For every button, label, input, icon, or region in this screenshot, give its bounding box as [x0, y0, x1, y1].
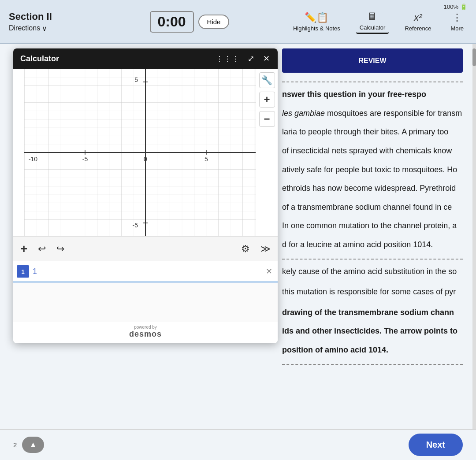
reading-paragraph-5: ethroids has now become widespread. Pyre…: [282, 182, 463, 195]
reading-content-4: drawing of the transmembrane sodium chan…: [282, 306, 463, 357]
reading-paragraph-12: ids and other insecticides. The arrow po…: [282, 324, 463, 338]
divider-mid: [282, 259, 463, 260]
graph-right-controls: 🔧 + −: [256, 69, 278, 236]
reference-tool[interactable]: x² Reference: [401, 10, 435, 33]
reading-paragraph-10: this mutation is responsible for some ca…: [282, 285, 463, 299]
expression-number: 1: [17, 265, 29, 278]
timer-display: 0:00: [150, 11, 194, 33]
expression-input[interactable]: [29, 265, 264, 278]
svg-text:5: 5: [134, 76, 138, 83]
drag-handle-icon: ⋮⋮⋮: [216, 55, 240, 63]
page-number: 2: [13, 441, 17, 449]
calculator-icon: 🖩: [368, 11, 377, 22]
graph-svg: -10 -5 0 5 10 5 -5: [13, 69, 278, 236]
reading-paragraph-7: In one common mutation to the channel pr…: [282, 219, 463, 233]
ellipsis-icon: ⋮: [452, 12, 462, 23]
expression-area: 1 ✕: [13, 261, 278, 322]
reading-paragraph-6: of a transmembrane sodium channel found …: [282, 200, 463, 214]
settings-button[interactable]: ⚙: [239, 241, 252, 256]
expression-row-1: 1 ✕: [13, 261, 278, 282]
expression-delete-button[interactable]: ✕: [264, 265, 274, 278]
svg-text:-10: -10: [29, 156, 37, 163]
section-title: Section II: [9, 11, 97, 22]
reading-paragraph-0: nswer this question in your free-respo: [282, 88, 463, 101]
scrollbar[interactable]: [472, 44, 476, 460]
desmos-logo: desmos: [129, 330, 162, 339]
battery-indicator: 100% 🔋: [444, 4, 467, 10]
calculator-panel: Calculator ⋮⋮⋮ ⤢ ✕: [13, 48, 278, 343]
highlights-notes-label: Highlights & Notes: [293, 25, 340, 32]
divider-top: [282, 82, 463, 82]
more-tool[interactable]: ⋮ More: [447, 10, 467, 33]
calculator-label: Calculator: [360, 24, 386, 31]
reading-paragraph-1: les gambiae mosquitoes are responsible f…: [282, 107, 463, 120]
undo-button[interactable]: ↩: [36, 241, 48, 256]
redo-button[interactable]: ↪: [55, 241, 66, 256]
review-button[interactable]: REVIEW: [282, 48, 463, 73]
svg-text:-5: -5: [82, 156, 88, 163]
more-label: More: [450, 25, 464, 32]
svg-text:-5: -5: [133, 222, 138, 229]
footer-left: 2 ▲: [13, 437, 44, 453]
battery-icon: 🔋: [460, 4, 467, 10]
superscript-icon: x²: [414, 12, 422, 23]
reading-content-3: this mutation is responsible for some ca…: [282, 285, 463, 299]
calc-toolbar: + ↩ ↪ ⚙ ≫: [13, 236, 278, 261]
timer-container: 0:00 Hide: [150, 11, 230, 33]
close-button[interactable]: ✕: [262, 53, 271, 64]
settings-wrench-button[interactable]: 🔧: [259, 72, 275, 88]
main-content: REVIEW nswer this question in your free-…: [0, 44, 476, 460]
powered-by-label: powered by: [134, 325, 157, 330]
desmos-branding: powered by desmos: [13, 322, 278, 343]
header-center: 0:00 Hide: [97, 11, 282, 33]
add-expression-button[interactable]: +: [19, 240, 29, 258]
collapse-button[interactable]: ≫: [259, 241, 272, 256]
reading-paragraph-4: atively safe for people but toxic to mos…: [282, 163, 463, 177]
footer: 2 ▲ Next: [0, 429, 476, 460]
zoom-in-button[interactable]: +: [259, 92, 275, 108]
reading-paragraph-2: laria to people through their bites. A p…: [282, 125, 463, 139]
pencil-icon: ✏️📋: [305, 12, 328, 23]
reading-paragraph-3: of insecticidal nets sprayed with chemic…: [282, 144, 463, 158]
reading-paragraph-8: d for a leucine at amino acid position 1…: [282, 238, 463, 252]
highlights-notes-tool[interactable]: ✏️📋 Highlights & Notes: [290, 10, 344, 33]
expand-button[interactable]: ⤢: [247, 53, 255, 64]
review-label: REVIEW: [358, 57, 386, 64]
directions-label: Directions: [9, 24, 40, 32]
reading-paragraph-13: position of amino acid 1014.: [282, 343, 463, 357]
zoom-out-button[interactable]: −: [259, 111, 275, 127]
chevron-down-icon: ∨: [42, 24, 47, 33]
scroll-up-button[interactable]: ▲: [22, 437, 44, 453]
reference-label: Reference: [405, 25, 431, 32]
svg-text:5: 5: [205, 156, 208, 163]
calc-header-icons: ⋮⋮⋮ ⤢ ✕: [216, 53, 271, 64]
app-header: 100% 🔋 Section II Directions ∨ 0:00 Hide…: [0, 0, 476, 44]
scrollbar-thumb[interactable]: [472, 48, 476, 66]
battery-percentage: 100%: [444, 4, 458, 10]
divider-bottom: [282, 364, 463, 365]
calculator-title: Calculator: [20, 54, 59, 63]
reading-content-2: kely cause of the amino acid substitutio…: [282, 265, 463, 278]
chevron-up-icon: ▲: [29, 440, 37, 449]
hide-button[interactable]: Hide: [198, 15, 230, 29]
reading-paragraph-9: kely cause of the amino acid substitutio…: [282, 265, 463, 278]
next-button[interactable]: Next: [409, 434, 463, 456]
graph-container[interactable]: -10 -5 0 5 10 5 -5 🔧 + −: [13, 69, 278, 236]
calculator-header: Calculator ⋮⋮⋮ ⤢ ✕: [13, 48, 278, 69]
svg-text:0: 0: [144, 156, 147, 163]
calculator-tool[interactable]: 🖩 Calculator: [356, 9, 389, 34]
reading-content: nswer this question in your free-respo l…: [282, 88, 463, 251]
reading-paragraph-11: drawing of the transmembrane sodium chan…: [282, 306, 463, 319]
header-right: ✏️📋 Highlights & Notes 🖩 Calculator x² R…: [282, 9, 467, 34]
directions-button[interactable]: Directions ∨: [9, 24, 97, 33]
header-left: Section II Directions ∨: [9, 11, 97, 33]
empty-expression-row: [13, 282, 278, 322]
